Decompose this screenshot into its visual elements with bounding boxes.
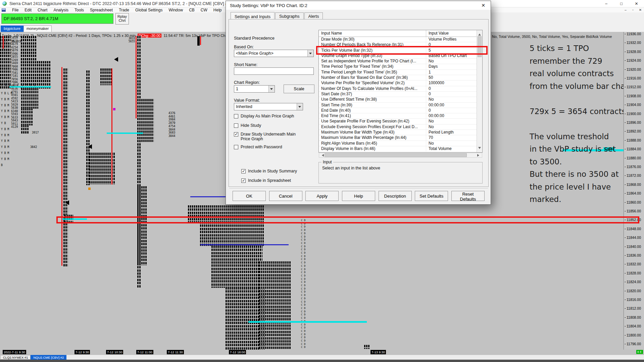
dialog-button[interactable]: OK [233, 191, 266, 201]
input-value-cell: Volume Profiles [426, 37, 482, 42]
price-label: 11800.00 [625, 333, 641, 337]
protect-password-checkbox[interactable]: Protect with Password [234, 145, 282, 149]
precedence-label: Standard Precedence [234, 36, 275, 41]
maximize-icon[interactable]: □ [614, 0, 629, 7]
hide-study-checkbox[interactable]: Hide Study [234, 123, 261, 128]
price-label: 11932.00 [625, 41, 641, 45]
dialog-close-icon[interactable]: ✕ [478, 2, 489, 9]
value-format-label: Value Format: [234, 98, 260, 103]
short-name-input[interactable] [234, 67, 314, 75]
menu-item[interactable]: Tools [71, 8, 87, 12]
scroll-down-icon[interactable] [478, 147, 481, 150]
input-row[interactable]: End Time (In:41) 00:00:00 [319, 113, 482, 119]
volume-number-column-mid: 43764461398420704754304436833044 [168, 112, 175, 138]
dialog-button[interactable]: Set Defaults [415, 191, 448, 201]
dialog-button[interactable]: Help [342, 191, 375, 201]
input-value-cell: Period Length [426, 130, 482, 135]
input-row[interactable]: Number of Bars for 'Based On Bar Count' … [319, 75, 482, 81]
checkbox-icon [241, 178, 246, 183]
menu-item[interactable]: Analysis [50, 8, 71, 12]
menu-item[interactable]: File [9, 8, 21, 12]
dialog-buttons: OKCancelApplyHelpDescriptionSet Defaults… [233, 191, 485, 201]
menu-item[interactable]: Window [165, 8, 186, 12]
child-restore-icon[interactable]: ▫ [629, 8, 637, 12]
column-input-name[interactable]: Input Name [319, 30, 426, 37]
dialog-button[interactable]: Reset Defaults [451, 191, 485, 201]
menu-item[interactable]: Edit [21, 8, 35, 12]
price-label: 11928.00 [625, 50, 641, 54]
scroll-left-icon[interactable] [320, 154, 324, 157]
chart-region-select[interactable]: 1 [234, 85, 275, 93]
draw-underneath-checkbox[interactable]: Draw Study Underneath Main Price Graph [234, 132, 304, 141]
dialog-button[interactable]: Cancel [269, 191, 302, 201]
table-horizontal-scrollbar[interactable] [319, 153, 482, 158]
menu-item[interactable]: Help [210, 8, 225, 12]
menu-item[interactable]: Chart [35, 8, 50, 12]
session-badge: 8 E [636, 350, 643, 354]
input-row[interactable]: Start Date (In:37) 0 [319, 92, 482, 97]
price-label: 11876.00 [625, 165, 641, 169]
chart-tab[interactable]: NQU2.CME [CBV] #2 [31, 355, 66, 360]
input-row[interactable]: Exclude Evening Session Profiles Except … [319, 124, 482, 130]
input-row[interactable]: Set as Independent Volume Profile for TP… [319, 59, 482, 64]
input-row[interactable]: End Date (In:40) 0 [319, 108, 482, 113]
menu-item[interactable]: Global Settings [132, 8, 165, 12]
scrollbar-thumb[interactable] [325, 153, 467, 157]
column-input-value[interactable]: Input Value [426, 30, 482, 37]
input-row[interactable]: Time Period Length for 'Fixed Time' (In:… [319, 70, 482, 75]
based-on-label: Based On: [234, 45, 254, 49]
checkbox-icon [241, 169, 246, 173]
value-format-select[interactable]: Inherited [234, 103, 303, 110]
cyan-level-line [248, 321, 367, 323]
annotation-text: 5 ticks = 1 TPO remember the 729 real vo… [530, 42, 634, 206]
input-row[interactable]: Number Of Days To Calculate Volume Profi… [319, 86, 482, 92]
input-row[interactable]: Maximum Volume Bar Width Type (In:43) Pe… [319, 130, 482, 135]
input-row[interactable]: Time Period Type for 'Fixed Time' (In:34… [319, 64, 482, 69]
include-spreadsheet-checkbox[interactable]: Include in Spreadsheet [241, 178, 291, 183]
display-as-main-checkbox[interactable]: Display As Main Price Graph [234, 114, 294, 118]
study-summary-right: No, Total Volume, 3500, No, Total Volume… [492, 35, 624, 39]
input-value-cell: 50 [426, 75, 482, 80]
marker-dot [88, 188, 91, 190]
input-name-cell: Draw Mode (In:30) [319, 37, 426, 42]
dialog-button[interactable]: Apply [305, 191, 339, 201]
input-row[interactable]: Start Time (In:39) 00:00:00 [319, 103, 482, 108]
close-icon[interactable]: ✕ [629, 0, 644, 7]
price-scale[interactable]: 11936.0011932.0011928.0011924.0011920.00… [624, 32, 644, 350]
menu-item[interactable]: CW [198, 8, 210, 12]
child-close-icon[interactable]: ✕ [637, 8, 644, 12]
menu-item[interactable]: Spreadsheet [87, 8, 116, 12]
time-axis: 2022-7-11 9:307-12 9:307-12 10:307-12 11… [0, 350, 624, 355]
menu-item[interactable]: CB [186, 8, 198, 12]
dialog-button[interactable]: Description [379, 191, 412, 201]
tpo-profile-block [63, 68, 68, 266]
input-row[interactable]: Display Volume in Bars (In:46) Total Vol… [319, 146, 482, 152]
input-row[interactable]: Use Different Start Time (In:38) No [319, 97, 482, 102]
scale-button[interactable]: Scale [284, 85, 314, 93]
input-name-cell: Number Of Days To Calculate Volume Profi… [319, 86, 426, 91]
input-row[interactable]: Maximum Volume Bar Width Percentage (In:… [319, 135, 482, 141]
input-value-cell: No [426, 124, 482, 130]
price-label: 11796.00 [625, 342, 641, 346]
input-row[interactable]: Use Separate Profile For Evening Session… [319, 119, 482, 124]
input-row[interactable]: Volume Per Profile for 'Specified Volume… [319, 81, 482, 86]
replay-chart-button[interactable]: Rplay Chrt [115, 13, 129, 24]
child-minimize-icon[interactable]: – [622, 8, 629, 12]
chartbook-tab[interactable]: bigpicture [1, 25, 23, 32]
input-row[interactable]: Right Align Volume Bars (In:45) No [319, 141, 482, 146]
input-name-cell: End Date (In:40) [319, 108, 426, 113]
window-bottom-edge [0, 360, 644, 362]
menu-item[interactable]: Trade [116, 8, 132, 12]
scroll-right-icon[interactable] [477, 154, 481, 157]
based-on-select[interactable]: <Main Price Graph> [234, 50, 314, 57]
chartbook-tab[interactable]: moneymaker [23, 25, 52, 32]
price-label: 11904.00 [625, 103, 641, 107]
input-row[interactable]: Draw Mode (In:30) Volume Profiles [319, 37, 482, 42]
clock-text: 11:54:47 TR: 5m 13s VbP for TPO Ch [163, 34, 225, 38]
include-summary-checkbox[interactable]: Include in Study Summary [241, 169, 297, 173]
input-name-cell: Start Time (In:39) [319, 103, 426, 108]
tpo-profile-block [226, 287, 264, 350]
scroll-up-icon[interactable] [478, 32, 481, 36]
minimize-icon[interactable]: – [599, 0, 614, 7]
chart-tab[interactable]: CLQ2.NYMEX #1 [0, 355, 31, 360]
